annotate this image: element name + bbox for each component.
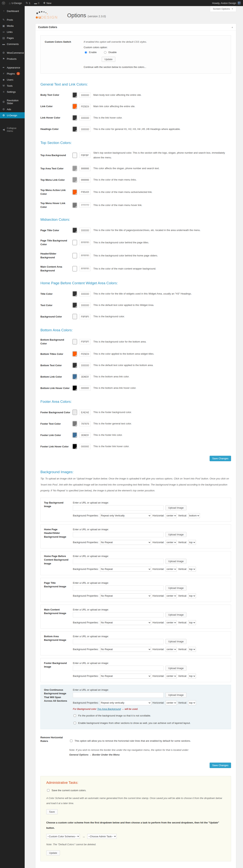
hex-value-input[interactable] xyxy=(80,314,90,319)
color-swatch[interactable] xyxy=(72,266,77,272)
enable-radio-option[interactable]: Enable xyxy=(84,51,96,54)
image-url-input[interactable] xyxy=(73,585,163,591)
remove-rulers-checkbox[interactable] xyxy=(70,740,72,742)
hex-value-input[interactable] xyxy=(80,385,90,391)
bg-vertical-select[interactable]: top xyxy=(188,700,196,705)
sidebar-item-ads[interactable]: ⚙Ads xyxy=(0,106,25,112)
image-url-input[interactable] xyxy=(73,505,163,510)
bg-repeat-select[interactable]: No Repeat xyxy=(100,674,151,679)
sidebar-item-plugins[interactable]: ⚡Plugins1 xyxy=(0,70,25,76)
bg-horizontal-select[interactable]: center xyxy=(165,513,177,518)
color-swatch[interactable] xyxy=(72,302,77,308)
color-swatch[interactable] xyxy=(72,339,77,345)
color-swatch[interactable] xyxy=(72,421,77,427)
color-swatch[interactable] xyxy=(72,443,77,449)
save-changes-button[interactable]: Save Changes xyxy=(210,456,231,461)
hex-value-input[interactable] xyxy=(80,303,90,308)
color-swatch[interactable] xyxy=(72,253,77,258)
screen-options-tab[interactable]: Screen Options ▼ xyxy=(210,6,236,12)
sidebar-item-pages[interactable]: ▤Pages xyxy=(0,35,25,41)
color-swatch[interactable] xyxy=(72,291,77,297)
hex-value-input[interactable] xyxy=(80,189,90,194)
upload-image-button[interactable]: Upload Image xyxy=(165,532,186,537)
hex-value-input[interactable] xyxy=(80,266,90,271)
bg-vertical-select[interactable]: top xyxy=(188,674,196,679)
image-url-input[interactable] xyxy=(73,692,163,698)
background-option-checkbox[interactable] xyxy=(73,714,76,717)
bg-vertical-select[interactable]: bottom xyxy=(188,513,200,518)
upload-image-button[interactable]: Upload Image xyxy=(165,639,186,644)
upload-image-button[interactable]: Upload Image xyxy=(165,612,186,617)
color-swatch[interactable] xyxy=(72,409,77,415)
sidebar-item-links[interactable]: ∞Links xyxy=(0,29,25,35)
bg-vertical-select[interactable]: top xyxy=(188,567,196,571)
color-swatch[interactable] xyxy=(72,240,77,245)
bg-horizontal-select[interactable]: center xyxy=(165,674,177,679)
hex-value-input[interactable] xyxy=(80,253,90,258)
admin-task-update-button[interactable]: Update xyxy=(46,850,60,856)
hex-value-input[interactable] xyxy=(80,410,90,415)
color-swatch[interactable] xyxy=(72,92,77,98)
hex-value-input[interactable] xyxy=(80,104,90,109)
image-url-input[interactable] xyxy=(73,639,163,644)
upload-image-button[interactable]: Upload Image xyxy=(165,585,186,591)
sidebar-item-media[interactable]: ▣Media xyxy=(0,23,25,29)
bg-repeat-select[interactable]: No Repeat xyxy=(100,647,151,652)
hex-value-input[interactable] xyxy=(80,351,90,356)
bg-vertical-select[interactable]: top xyxy=(188,593,196,598)
bg-horizontal-select[interactable]: center xyxy=(165,567,177,571)
color-swatch[interactable] xyxy=(72,385,77,391)
color-swatch[interactable] xyxy=(72,432,77,438)
bg-vertical-select[interactable]: top xyxy=(188,540,196,545)
image-url-input[interactable] xyxy=(73,532,163,537)
color-swatch[interactable] xyxy=(72,126,77,132)
howdy-account-menu[interactable]: Howdy, Andon Design xyxy=(212,2,236,5)
admin-task-select[interactable]: --Choose Admin Task-- xyxy=(87,834,117,839)
color-swatch[interactable] xyxy=(72,363,77,368)
sidebar-item-tools[interactable]: ⚒Tools xyxy=(0,83,25,89)
color-scheme-select[interactable]: --Custom Color Schemes-- xyxy=(46,834,80,839)
bg-horizontal-select[interactable]: center xyxy=(165,540,177,545)
bg-repeat-select[interactable]: Repeat only vertically xyxy=(100,700,151,705)
hex-value-input[interactable] xyxy=(80,127,90,132)
color-swatch[interactable] xyxy=(72,314,77,319)
sidebar-item-comments[interactable]: ▬Comments xyxy=(0,41,25,47)
bg-vertical-select[interactable]: top xyxy=(188,647,196,652)
bg-repeat-select[interactable]: No Repeat xyxy=(100,593,151,598)
image-url-input[interactable] xyxy=(73,612,163,618)
hex-value-input[interactable] xyxy=(80,177,90,182)
background-option-checkbox[interactable] xyxy=(73,722,76,724)
hex-value-input[interactable] xyxy=(80,153,90,158)
color-swatch[interactable] xyxy=(72,165,77,171)
site-name-link[interactable]: ⌂ U-Design xyxy=(7,0,24,6)
color-swatch[interactable] xyxy=(72,153,77,158)
switch-update-button[interactable]: Update xyxy=(102,57,115,62)
bg-vertical-select[interactable]: top xyxy=(188,620,196,625)
hex-value-input[interactable] xyxy=(80,374,90,379)
hex-value-input[interactable] xyxy=(80,421,90,426)
sidebar-item-products[interactable]: ⚑Products xyxy=(0,56,25,62)
color-swatch[interactable] xyxy=(72,203,77,208)
image-url-input[interactable] xyxy=(73,559,163,564)
sidebar-item-u-design[interactable]: ⚙U-Design xyxy=(0,112,25,118)
bg-repeat-select[interactable]: No Repeat xyxy=(100,620,151,625)
color-swatch[interactable] xyxy=(72,103,77,109)
bg-horizontal-select[interactable]: center xyxy=(165,647,177,652)
sidebar-item-dashboard[interactable]: ◔Dashboard xyxy=(0,8,25,14)
save-scheme-button[interactable]: Save xyxy=(46,809,58,814)
disable-radio[interactable] xyxy=(104,51,107,54)
sidebar-item-users[interactable]: ☻Users xyxy=(0,76,25,83)
sidebar-item-appearance[interactable]: ✒Appearance xyxy=(0,64,25,70)
hex-value-input[interactable] xyxy=(80,166,90,171)
hex-value-input[interactable] xyxy=(80,203,90,208)
panel-header[interactable]: Custom Colors ▲ xyxy=(35,24,236,31)
sidebar-item-woocommerce[interactable]: ⚙WooCommerce xyxy=(0,50,25,56)
hex-value-input[interactable] xyxy=(80,228,90,233)
color-swatch[interactable] xyxy=(72,374,77,379)
image-url-input[interactable] xyxy=(73,665,163,671)
hex-value-input[interactable] xyxy=(80,339,90,344)
upload-image-button[interactable]: Upload Image xyxy=(165,692,186,698)
bg-horizontal-select[interactable]: center xyxy=(165,700,177,705)
color-swatch[interactable] xyxy=(72,351,77,357)
bg-horizontal-select[interactable]: center xyxy=(165,620,177,625)
